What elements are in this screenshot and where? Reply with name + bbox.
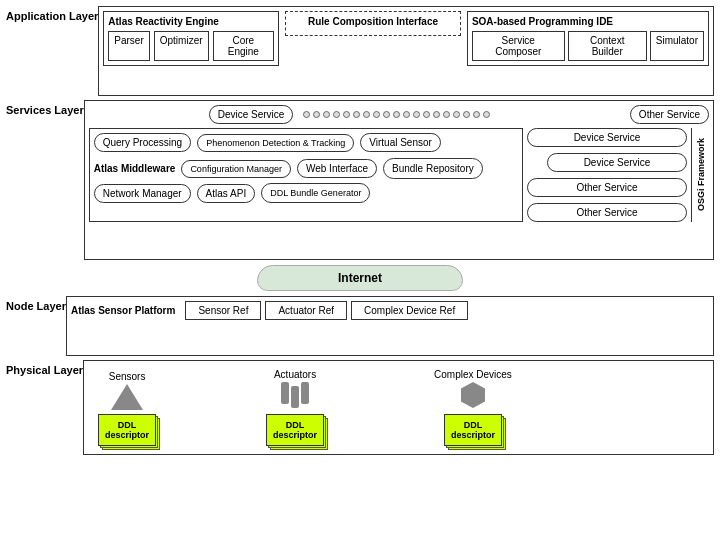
sensors-icon: [111, 384, 143, 410]
dot: [433, 111, 440, 118]
ddl2-stack: DDL descriptor: [266, 414, 324, 446]
actuators-label: Actuators: [274, 369, 316, 380]
sensors-group: Sensors DDL descriptor: [98, 371, 156, 446]
dot: [373, 111, 380, 118]
core-engine-box: Core Engine: [213, 31, 275, 61]
ddl-bundle-oval: DDL Bundle Generator: [261, 183, 370, 203]
node-layer-content: Atlas Sensor Platform Sensor Ref Actuato…: [66, 296, 714, 356]
soa-sub-row: Service Composer Context Builder Simulat…: [472, 31, 704, 61]
physical-layer-content: Sensors DDL descriptor Actuators: [83, 360, 714, 455]
context-builder-box: Context Builder: [568, 31, 647, 61]
physical-items: Sensors DDL descriptor Actuators: [88, 365, 709, 450]
dot: [483, 111, 490, 118]
actuator-ref-box: Actuator Ref: [265, 301, 347, 320]
complex-devices-group: Complex Devices DDL descriptor: [434, 369, 512, 446]
parser-box: Parser: [108, 31, 149, 61]
services-row1: Query Processing Phenomenon Detection & …: [94, 133, 518, 152]
simulator-box: Simulator: [650, 31, 704, 61]
dot: [333, 111, 340, 118]
device-service-small: Device Service: [547, 153, 687, 172]
dot: [443, 111, 450, 118]
node-layer-row: Node Layer Atlas Sensor Platform Sensor …: [6, 296, 714, 356]
osgi-label: OSGi Framework: [696, 138, 706, 211]
complex-icon: [461, 382, 485, 408]
atlas-api-oval: Atlas API: [197, 184, 256, 203]
services-right-panel: Device Service Device Service Other Serv…: [527, 128, 687, 222]
dot: [403, 111, 410, 118]
sensor-ref-box: Sensor Ref: [185, 301, 261, 320]
actuators-group: Actuators DDL descriptor: [266, 369, 324, 446]
application-layer-label: Application Layer: [6, 6, 98, 96]
soa-box: SOA-based Programming IDE Service Compos…: [467, 11, 709, 66]
soa-title: SOA-based Programming IDE: [472, 16, 704, 27]
internet-row: Internet: [6, 264, 714, 292]
application-layer-row: Application Layer Atlas Reactivity Engin…: [6, 6, 714, 96]
dot: [353, 111, 360, 118]
services-row3: Network Manager Atlas API DDL Bundle Gen…: [94, 183, 518, 203]
query-processing-oval: Query Processing: [94, 133, 191, 152]
application-layer-content: Atlas Reactivity Engine Parser Optimizer…: [98, 6, 714, 96]
ddl2-box: DDL descriptor: [266, 414, 324, 446]
config-manager-oval: Configuration Manager: [181, 160, 291, 178]
atlas-title: Atlas Reactivity Engine: [108, 16, 274, 27]
services-top-row: Device Service: [89, 105, 709, 124]
other-service-top: Other Service: [630, 105, 709, 124]
ddl1-box: DDL descriptor: [98, 414, 156, 446]
dot: [393, 111, 400, 118]
atlas-box: Atlas Reactivity Engine Parser Optimizer…: [103, 11, 279, 66]
node-platform-label: Atlas Sensor Platform: [71, 305, 175, 316]
internet-cloud: Internet: [257, 265, 463, 291]
dot: [343, 111, 350, 118]
complex-ref-box: Complex Device Ref: [351, 301, 468, 320]
actuators-icon: [281, 382, 309, 408]
services-body: Query Processing Phenomenon Detection & …: [89, 128, 709, 222]
dot: [313, 111, 320, 118]
rule-composition-box: Rule Composition Interface: [285, 11, 461, 36]
other-service2-oval: Other Service: [527, 203, 687, 222]
services-layer-label: Services Layer: [6, 100, 84, 260]
other-service1-oval: Other Service: [527, 178, 687, 197]
network-manager-oval: Network Manager: [94, 184, 191, 203]
physical-layer-row: Physical Layer Sensors DDL descriptor A: [6, 360, 714, 455]
rule-comp-title: Rule Composition Interface: [290, 16, 456, 27]
phenomenon-oval: Phenomenon Detection & Tracking: [197, 134, 354, 152]
node-inner: Atlas Sensor Platform Sensor Ref Actuato…: [71, 301, 709, 320]
dot: [463, 111, 470, 118]
dot: [453, 111, 460, 118]
ddl1-stack: DDL descriptor: [98, 414, 156, 446]
services-row2: Atlas Middleware Configuration Manager W…: [94, 158, 518, 179]
atlas-middleware-label: Atlas Middleware: [94, 163, 176, 174]
node-layer-label: Node Layer: [6, 296, 66, 356]
service-composer-box: Service Composer: [472, 31, 565, 61]
device-service-mid: Device Service: [527, 128, 687, 147]
dot: [423, 111, 430, 118]
dot: [473, 111, 480, 118]
dot: [303, 111, 310, 118]
osgi-framework-panel: OSGi Framework: [691, 128, 709, 222]
complex-label: Complex Devices: [434, 369, 512, 380]
dots-row: [303, 111, 629, 118]
device-service-top: Device Service: [209, 105, 294, 124]
services-left-panel: Query Processing Phenomenon Detection & …: [89, 128, 523, 222]
ddl3-stack: DDL descriptor: [444, 414, 502, 446]
dot: [383, 111, 390, 118]
dot: [363, 111, 370, 118]
sensors-label: Sensors: [109, 371, 146, 382]
services-layer-content: Device Service: [84, 100, 714, 260]
physical-layer-label: Physical Layer: [6, 360, 83, 455]
optimizer-box: Optimizer: [154, 31, 209, 61]
web-interface-oval: Web Interface: [297, 159, 377, 178]
dot: [413, 111, 420, 118]
services-layer-row: Services Layer Device Service: [6, 100, 714, 260]
atlas-sub-row: Parser Optimizer Core Engine: [108, 31, 274, 61]
bundle-repo-oval: Bundle Repository: [383, 158, 483, 179]
ddl3-box: DDL descriptor: [444, 414, 502, 446]
virtual-sensor-oval: Virtual Sensor: [360, 133, 441, 152]
dot: [323, 111, 330, 118]
main-container: Application Layer Atlas Reactivity Engin…: [0, 0, 720, 540]
